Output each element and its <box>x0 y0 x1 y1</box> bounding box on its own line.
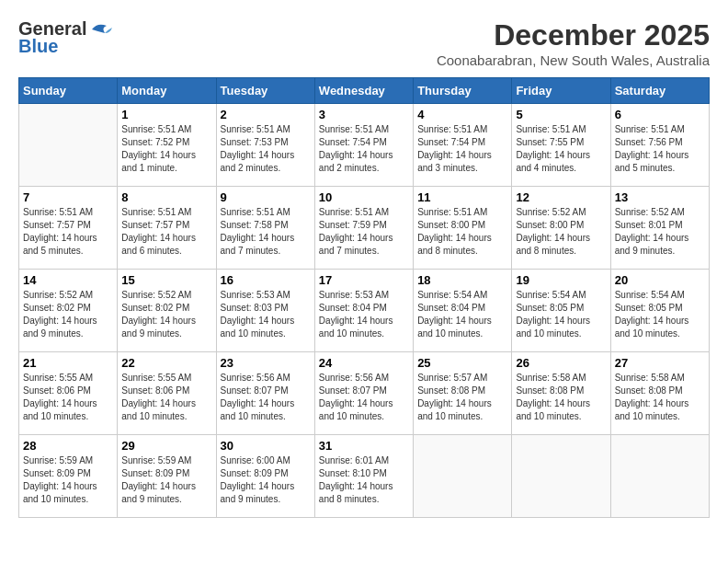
weekday-header-wednesday: Wednesday <box>314 78 413 104</box>
day-info: Sunrise: 5:52 AM Sunset: 8:02 PM Dayligh… <box>121 289 211 340</box>
day-number: 7 <box>23 190 113 204</box>
calendar-cell: 18Sunrise: 5:54 AM Sunset: 8:04 PM Dayli… <box>414 270 512 352</box>
day-number: 25 <box>417 356 507 370</box>
day-number: 11 <box>417 190 507 204</box>
day-info: Sunrise: 6:01 AM Sunset: 8:10 PM Dayligh… <box>319 454 409 506</box>
weekday-header-row: SundayMondayTuesdayWednesdayThursdayFrid… <box>19 78 710 104</box>
day-number: 8 <box>121 190 211 204</box>
day-info: Sunrise: 5:58 AM Sunset: 8:08 PM Dayligh… <box>615 372 705 423</box>
day-info: Sunrise: 5:51 AM Sunset: 7:54 PM Dayligh… <box>319 123 409 175</box>
day-info: Sunrise: 5:51 AM Sunset: 7:57 PM Dayligh… <box>121 206 211 258</box>
day-info: Sunrise: 5:54 AM Sunset: 8:05 PM Dayligh… <box>615 289 705 340</box>
calendar-table: SundayMondayTuesdayWednesdayThursdayFrid… <box>18 77 710 518</box>
calendar-cell: 1Sunrise: 5:51 AM Sunset: 7:52 PM Daylig… <box>118 104 216 187</box>
day-number: 17 <box>319 273 409 287</box>
calendar-cell: 12Sunrise: 5:52 AM Sunset: 8:00 PM Dayli… <box>512 187 610 270</box>
day-number: 19 <box>516 273 606 287</box>
logo-blue-text: Blue <box>18 36 58 57</box>
day-info: Sunrise: 5:52 AM Sunset: 8:01 PM Dayligh… <box>615 206 705 258</box>
calendar-cell: 11Sunrise: 5:51 AM Sunset: 8:00 PM Dayli… <box>414 187 512 270</box>
day-number: 5 <box>516 108 606 121</box>
calendar-cell: 4Sunrise: 5:51 AM Sunset: 7:54 PM Daylig… <box>414 104 512 187</box>
day-number: 26 <box>516 356 606 370</box>
day-number: 14 <box>23 273 113 287</box>
calendar-week-4: 21Sunrise: 5:55 AM Sunset: 8:06 PM Dayli… <box>19 352 710 435</box>
day-info: Sunrise: 5:51 AM Sunset: 7:59 PM Dayligh… <box>319 206 409 258</box>
day-number: 29 <box>121 439 211 453</box>
day-info: Sunrise: 6:00 AM Sunset: 8:09 PM Dayligh… <box>221 454 311 506</box>
calendar-cell <box>512 435 610 518</box>
day-info: Sunrise: 5:59 AM Sunset: 8:09 PM Dayligh… <box>23 454 113 506</box>
calendar-week-2: 7Sunrise: 5:51 AM Sunset: 7:57 PM Daylig… <box>19 187 710 270</box>
day-number: 13 <box>615 190 705 204</box>
day-number: 15 <box>121 273 211 287</box>
day-info: Sunrise: 5:51 AM Sunset: 7:52 PM Dayligh… <box>121 123 211 175</box>
day-number: 27 <box>615 356 705 370</box>
calendar-cell <box>19 104 118 187</box>
day-info: Sunrise: 5:51 AM Sunset: 7:53 PM Dayligh… <box>221 123 311 175</box>
day-number: 1 <box>121 108 211 121</box>
calendar-cell: 17Sunrise: 5:53 AM Sunset: 8:04 PM Dayli… <box>314 270 413 352</box>
day-info: Sunrise: 5:54 AM Sunset: 8:04 PM Dayligh… <box>417 289 507 340</box>
calendar-cell: 15Sunrise: 5:52 AM Sunset: 8:02 PM Dayli… <box>118 270 216 352</box>
day-info: Sunrise: 5:51 AM Sunset: 7:58 PM Dayligh… <box>221 206 311 258</box>
calendar-cell: 7Sunrise: 5:51 AM Sunset: 7:57 PM Daylig… <box>19 187 118 270</box>
day-number: 23 <box>221 356 311 370</box>
calendar-week-5: 28Sunrise: 5:59 AM Sunset: 8:09 PM Dayli… <box>19 435 710 518</box>
day-info: Sunrise: 5:59 AM Sunset: 8:09 PM Dayligh… <box>121 454 211 506</box>
weekday-header-friday: Friday <box>512 78 610 104</box>
day-info: Sunrise: 5:57 AM Sunset: 8:08 PM Dayligh… <box>417 372 507 423</box>
calendar-cell: 27Sunrise: 5:58 AM Sunset: 8:08 PM Dayli… <box>610 352 709 435</box>
weekday-header-sunday: Sunday <box>19 78 118 104</box>
day-info: Sunrise: 5:51 AM Sunset: 8:00 PM Dayligh… <box>417 206 507 258</box>
day-number: 9 <box>221 190 311 204</box>
day-number: 24 <box>319 356 409 370</box>
day-number: 31 <box>319 439 409 453</box>
logo-bird-icon <box>88 20 114 39</box>
calendar-cell: 5Sunrise: 5:51 AM Sunset: 7:55 PM Daylig… <box>512 104 610 187</box>
calendar-cell: 8Sunrise: 5:51 AM Sunset: 7:57 PM Daylig… <box>118 187 216 270</box>
day-number: 22 <box>121 356 211 370</box>
calendar-cell: 24Sunrise: 5:56 AM Sunset: 8:07 PM Dayli… <box>314 352 413 435</box>
day-number: 2 <box>221 108 311 121</box>
location-subtitle: Coonabarabran, New South Wales, Australi… <box>437 52 710 68</box>
weekday-header-saturday: Saturday <box>610 78 709 104</box>
weekday-header-monday: Monday <box>118 78 216 104</box>
calendar-cell: 30Sunrise: 6:00 AM Sunset: 8:09 PM Dayli… <box>216 435 314 518</box>
day-info: Sunrise: 5:58 AM Sunset: 8:08 PM Dayligh… <box>516 372 606 423</box>
day-info: Sunrise: 5:55 AM Sunset: 8:06 PM Dayligh… <box>23 372 113 423</box>
calendar-cell: 31Sunrise: 6:01 AM Sunset: 8:10 PM Dayli… <box>314 435 413 518</box>
calendar-cell <box>610 435 709 518</box>
day-info: Sunrise: 5:51 AM Sunset: 7:56 PM Dayligh… <box>615 123 705 175</box>
calendar-cell: 22Sunrise: 5:55 AM Sunset: 8:06 PM Dayli… <box>118 352 216 435</box>
day-info: Sunrise: 5:56 AM Sunset: 8:07 PM Dayligh… <box>319 372 409 423</box>
title-area: December 2025 Coonabarabran, New South W… <box>437 18 710 68</box>
day-info: Sunrise: 5:56 AM Sunset: 8:07 PM Dayligh… <box>221 372 311 423</box>
weekday-header-tuesday: Tuesday <box>216 78 314 104</box>
calendar-cell: 10Sunrise: 5:51 AM Sunset: 7:59 PM Dayli… <box>314 187 413 270</box>
day-info: Sunrise: 5:53 AM Sunset: 8:04 PM Dayligh… <box>319 289 409 340</box>
day-number: 10 <box>319 190 409 204</box>
logo: General Blue <box>18 18 114 57</box>
day-number: 12 <box>516 190 606 204</box>
month-title: December 2025 <box>437 18 710 52</box>
calendar-cell: 19Sunrise: 5:54 AM Sunset: 8:05 PM Dayli… <box>512 270 610 352</box>
day-info: Sunrise: 5:53 AM Sunset: 8:03 PM Dayligh… <box>221 289 311 340</box>
calendar-cell: 16Sunrise: 5:53 AM Sunset: 8:03 PM Dayli… <box>216 270 314 352</box>
calendar-week-3: 14Sunrise: 5:52 AM Sunset: 8:02 PM Dayli… <box>19 270 710 352</box>
day-info: Sunrise: 5:51 AM Sunset: 7:57 PM Dayligh… <box>23 206 113 258</box>
calendar-cell: 13Sunrise: 5:52 AM Sunset: 8:01 PM Dayli… <box>610 187 709 270</box>
calendar-cell: 29Sunrise: 5:59 AM Sunset: 8:09 PM Dayli… <box>118 435 216 518</box>
calendar-cell <box>414 435 512 518</box>
day-number: 3 <box>319 108 409 121</box>
day-number: 16 <box>221 273 311 287</box>
calendar-cell: 6Sunrise: 5:51 AM Sunset: 7:56 PM Daylig… <box>610 104 709 187</box>
day-info: Sunrise: 5:54 AM Sunset: 8:05 PM Dayligh… <box>516 289 606 340</box>
calendar-cell: 25Sunrise: 5:57 AM Sunset: 8:08 PM Dayli… <box>414 352 512 435</box>
day-number: 18 <box>417 273 507 287</box>
day-info: Sunrise: 5:51 AM Sunset: 7:55 PM Dayligh… <box>516 123 606 175</box>
day-number: 30 <box>221 439 311 453</box>
calendar-body: 1Sunrise: 5:51 AM Sunset: 7:52 PM Daylig… <box>19 104 710 518</box>
day-info: Sunrise: 5:52 AM Sunset: 8:00 PM Dayligh… <box>516 206 606 258</box>
calendar-cell: 20Sunrise: 5:54 AM Sunset: 8:05 PM Dayli… <box>610 270 709 352</box>
